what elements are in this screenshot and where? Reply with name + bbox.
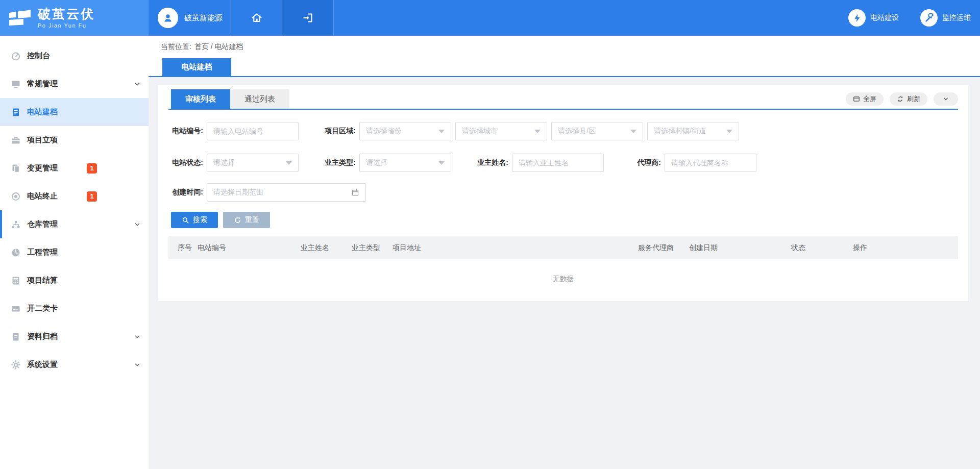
sidebar-item[interactable]: 仓库管理 (0, 210, 149, 238)
sidebar-item-label: 资料归档 (27, 332, 58, 341)
sidebar-item[interactable]: 系统设置 (0, 351, 149, 379)
user-icon (162, 12, 174, 24)
content-card: 审核列表 通过列表 全屏 (158, 85, 968, 301)
card-icon (10, 303, 21, 314)
brand-subtitle: Po Jian Yun Fu (38, 22, 95, 29)
empty-state: 无数据 (158, 259, 968, 299)
column-header: 序号 (178, 243, 192, 253)
sidebar-item[interactable]: 常规管理 (0, 70, 149, 98)
topbar-modules: 电站建设 监控运维 (848, 0, 980, 36)
column-header: 服务代理商 (638, 243, 674, 253)
select-dropdown[interactable]: 请选择村镇/街道 (647, 122, 739, 140)
home-icon (251, 12, 263, 24)
column-header: 创建日期 (689, 243, 718, 253)
sidebar-item-label: 控制台 (27, 51, 50, 61)
topbar: 破茧云伏 Po Jian Yun Fu 破茧新能源 (0, 0, 980, 36)
breadcrumb-path[interactable]: 首页 / 电站建档 (194, 42, 243, 52)
breadcrumb-strip: 当前位置: 首页 / 电站建档 电站建档 (149, 36, 980, 77)
sidebar-item[interactable]: 资料归档 (0, 323, 149, 351)
panel-tab[interactable]: 通过列表 (230, 89, 289, 109)
filter-row: 创建时间: 请选择日期范围 (170, 183, 968, 202)
chevron-down-icon (942, 95, 949, 103)
collapse-button[interactable] (934, 92, 958, 106)
panel-tabs: 审核列表 通过列表 (171, 89, 289, 109)
caret-down-icon (630, 130, 636, 133)
sidebar-item-label: 常规管理 (27, 79, 58, 89)
calendar-icon (351, 188, 359, 196)
brand-name: 破茧云伏 (38, 7, 95, 21)
brand-text: 破茧云伏 Po Jian Yun Fu (38, 7, 95, 29)
briefcase-icon (10, 135, 21, 146)
sidebar-item[interactable]: 电站终止 1 (0, 182, 149, 210)
refresh-icon (897, 95, 904, 103)
calculator-icon (10, 275, 21, 286)
filter-field: 请选择村镇/街道 (647, 122, 739, 140)
chevron-down-icon (134, 361, 141, 368)
column-header: 操作 (853, 243, 867, 253)
field-label: 电站编号: (170, 127, 203, 136)
lightning-icon (848, 9, 866, 27)
filter-form: 电站编号: 项目区域: 请选择省份 (158, 122, 968, 202)
filter-field: 电站编号: (170, 122, 299, 140)
sidebar-item[interactable]: 项目立项 (0, 126, 149, 154)
search-button[interactable]: 搜索 (171, 212, 218, 228)
reset-button[interactable]: 重置 (223, 212, 270, 228)
refresh-button[interactable]: 刷新 (890, 92, 927, 106)
filter-field: 电站状态: 请选择 (170, 154, 299, 172)
table-header: 序号 电站编号 业主姓名 业主类型 项目地址 服务代理商 创建日期 状态 操作 (168, 236, 958, 259)
app-logo: 破茧云伏 Po Jian Yun Fu (0, 0, 149, 36)
text-input[interactable] (512, 154, 604, 172)
sidebar-item[interactable]: 电站建档 (0, 98, 149, 126)
sidebar-item[interactable]: 工程管理 (0, 238, 149, 266)
wrench-icon (920, 9, 938, 27)
filter-field: 创建时间: 请选择日期范围 (170, 183, 366, 202)
select-dropdown[interactable]: 请选择 (359, 154, 451, 172)
card-header: 审核列表 通过列表 全屏 (168, 85, 958, 110)
select-dropdown[interactable]: 请选择城市 (455, 122, 547, 140)
field-label: 业主类型: (323, 158, 356, 167)
panel-tab[interactable]: 审核列表 (171, 89, 230, 109)
notification-badge: 1 (87, 191, 97, 202)
field-label: 创建时间: (170, 188, 203, 197)
date-range-input[interactable]: 请选择日期范围 (207, 183, 366, 202)
sidebar-item-label: 工程管理 (27, 248, 58, 257)
sidebar-item[interactable]: 开二类卡 (0, 294, 149, 323)
page-tab-active[interactable]: 电站建档 (162, 58, 231, 76)
text-input[interactable] (665, 154, 756, 172)
gear-icon (10, 359, 21, 371)
home-button[interactable] (231, 0, 282, 36)
monitor-icon (10, 79, 21, 90)
card-toolbar: 全屏 刷新 (846, 92, 958, 106)
column-header: 业主类型 (352, 243, 380, 253)
login-button[interactable] (282, 0, 334, 36)
user-menu[interactable]: 破茧新能源 (149, 0, 231, 36)
sidebar-item[interactable]: 项目结算 (0, 266, 149, 294)
select-dropdown[interactable]: 请选择省份 (359, 122, 451, 140)
field-label: 代理商: (628, 158, 661, 167)
notification-badge: 1 (87, 163, 97, 174)
topbar-module[interactable]: 监控运维 (920, 9, 971, 27)
field-label: 电站状态: (170, 158, 203, 167)
brand-logo-icon (8, 8, 32, 28)
sidebar-item[interactable]: 变更管理 1 (0, 154, 149, 182)
meter-icon (10, 247, 21, 258)
sidebar-item-label: 变更管理 (27, 163, 58, 173)
topbar-module[interactable]: 电站建设 (848, 9, 899, 27)
select-dropdown[interactable]: 请选择县/区 (551, 122, 643, 140)
fullscreen-button[interactable]: 全屏 (846, 92, 884, 106)
select-dropdown[interactable]: 请选择 (207, 154, 299, 172)
breadcrumb: 当前位置: 首页 / 电站建档 (161, 42, 243, 52)
sidebar-item-label: 项目立项 (27, 135, 58, 145)
caret-down-icon (726, 130, 732, 133)
avatar (158, 8, 178, 28)
form-actions: 搜索 重置 (171, 212, 968, 228)
column-header: 业主姓名 (301, 243, 329, 253)
caret-down-icon (534, 130, 541, 133)
text-input[interactable] (207, 122, 299, 140)
filter-field: 请选择县/区 (551, 122, 643, 140)
sidebar-item[interactable]: 控制台 (0, 42, 149, 70)
sidebar-item-label: 仓库管理 (27, 219, 58, 229)
dashboard-icon (10, 51, 21, 62)
sidebar-item-label: 项目结算 (27, 276, 58, 285)
sidebar-item-label: 开二类卡 (27, 304, 58, 313)
